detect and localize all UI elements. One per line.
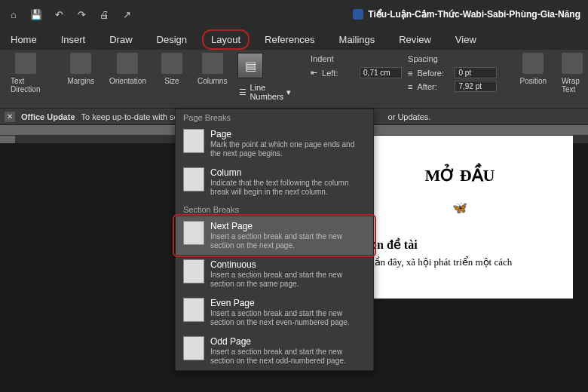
notice-text: To keep up-to-date with se xyxy=(81,112,179,121)
home-icon[interactable]: ⌂ xyxy=(8,8,20,20)
break-odd-page-title: Odd Page xyxy=(210,336,366,347)
titlebar: ⌂ 💾 ↶ ↷ 🖨 ↗ Tiểu-Luận-Cảm-Thức-Wabi-Sabi… xyxy=(0,0,588,29)
breaks-button[interactable]: ▤ xyxy=(237,53,263,78)
size-icon xyxy=(161,53,182,74)
after-icon: ≡ xyxy=(408,82,412,91)
notice-title: Office Update xyxy=(21,112,75,121)
wrap-label: Wrap Text xyxy=(562,77,583,93)
columns-icon xyxy=(202,53,223,74)
break-next-page-desc: Insert a section break and start the new… xyxy=(210,232,366,250)
before-label: Before: xyxy=(417,69,450,78)
page-break-icon xyxy=(183,129,204,153)
vertical-ruler[interactable] xyxy=(0,136,15,143)
position-label: Position xyxy=(519,77,547,85)
document-title: Tiểu-Luận-Cảm-Thức-Wabi-Sabi-Phùng-Gia-N… xyxy=(353,9,580,20)
redo-icon[interactable]: ↷ xyxy=(75,8,87,20)
indent-header: Indent xyxy=(311,54,402,63)
section-breaks-header: Section Breaks xyxy=(176,201,373,216)
spacing-header: Spacing xyxy=(408,54,497,63)
tab-design[interactable]: Design xyxy=(154,32,190,47)
tab-review[interactable]: Review xyxy=(396,32,434,47)
break-column-desc: Indicate that the text following the col… xyxy=(210,179,366,197)
document-page[interactable]: MỞ ĐẦU 🦋 ọn đề tài gần đây, xã hội phát … xyxy=(347,136,573,299)
arrow-icon[interactable]: ↗ xyxy=(121,8,133,20)
text-direction-icon xyxy=(15,53,36,74)
tab-references[interactable]: References xyxy=(262,32,317,47)
tab-insert[interactable]: Insert xyxy=(58,32,89,47)
line-numbers-label: Line Numbers xyxy=(250,83,283,101)
break-even-page-title: Even Page xyxy=(210,298,366,308)
save-icon[interactable]: 💾 xyxy=(30,8,42,20)
ribbon: Text Direction Margins Orientation Size … xyxy=(0,50,588,109)
wrap-text-button[interactable]: Wrap Text xyxy=(557,53,587,93)
after-label: After: xyxy=(417,82,450,91)
break-continuous-title: Continuous xyxy=(210,259,366,270)
close-notice-icon[interactable]: ✕ xyxy=(5,112,15,122)
orientation-label: Orientation xyxy=(109,77,146,85)
tab-view[interactable]: View xyxy=(452,32,479,47)
indent-left-input[interactable]: 0,71 cm xyxy=(360,67,402,78)
tab-home[interactable]: Home xyxy=(8,32,40,47)
break-next-page-title: Next Page xyxy=(210,221,366,231)
tab-layout[interactable]: Layout xyxy=(208,32,243,47)
indent-left-label: Left: xyxy=(322,69,355,78)
tab-draw[interactable]: Draw xyxy=(106,32,135,47)
break-page[interactable]: Page Mark the point at which one page en… xyxy=(176,124,373,163)
break-column[interactable]: Column Indicate that the text following … xyxy=(176,163,373,201)
word-icon xyxy=(353,9,363,20)
page-heading: ọn đề tài xyxy=(369,237,550,252)
break-odd-page[interactable]: Odd Page Insert a section break and star… xyxy=(176,332,373,370)
break-next-page[interactable]: Next Page Insert a section break and sta… xyxy=(176,216,373,255)
page-breaks-header: Page Breaks xyxy=(176,109,373,124)
position-icon xyxy=(522,53,544,74)
print-icon[interactable]: 🖨 xyxy=(98,8,110,20)
spacing-group: Spacing ≡ Before: 0 pt ≡ After: 7,92 pt xyxy=(408,53,497,92)
text-direction-label: Text Direction xyxy=(11,77,40,93)
columns-label: Columns xyxy=(198,77,227,85)
odd-page-icon xyxy=(183,336,204,360)
break-continuous[interactable]: Continuous Insert a section break and st… xyxy=(176,255,373,293)
notice-text2: or Updates. xyxy=(388,112,431,121)
break-even-page[interactable]: Even Page Insert a section break and sta… xyxy=(176,293,373,332)
even-page-icon xyxy=(183,298,204,322)
indent-left-icon: ⇤ xyxy=(311,68,317,78)
page-body: gần đây, xã hội phát triển một cách xyxy=(369,256,550,268)
break-page-title: Page xyxy=(210,129,366,139)
break-continuous-desc: Insert a section break and start the new… xyxy=(210,271,366,289)
butterfly-decoration: 🦋 xyxy=(369,201,550,215)
break-column-title: Column xyxy=(210,167,366,178)
tab-mailings[interactable]: Mailings xyxy=(336,32,378,47)
size-button[interactable]: Size xyxy=(157,53,187,85)
indent-group: Indent ⇤ Left: 0,71 cm xyxy=(311,53,402,78)
break-page-desc: Mark the point at which one page ends an… xyxy=(210,140,366,158)
undo-icon[interactable]: ↶ xyxy=(53,8,65,20)
text-direction-button[interactable]: Text Direction xyxy=(6,53,44,93)
ribbon-tabs: Home Insert Draw Design Layout Reference… xyxy=(0,29,588,50)
before-icon: ≡ xyxy=(408,69,412,78)
columns-button[interactable]: Columns xyxy=(193,53,231,85)
position-button[interactable]: Position xyxy=(515,53,551,85)
orientation-icon xyxy=(117,53,138,74)
margins-icon xyxy=(70,53,91,74)
continuous-icon xyxy=(183,259,204,283)
next-page-icon xyxy=(183,221,204,245)
doc-title-text: Tiểu-Luận-Cảm-Thức-Wabi-Sabi-Phùng-Gia-N… xyxy=(368,9,580,20)
line-numbers-button[interactable]: ☰Line Numbers▾ xyxy=(237,80,292,104)
break-even-page-desc: Insert a section break and start the new… xyxy=(210,309,366,327)
break-odd-page-desc: Insert a section break and start the new… xyxy=(210,348,366,366)
margins-label: Margins xyxy=(67,77,94,85)
after-input[interactable]: 7,92 pt xyxy=(455,81,497,92)
wrap-icon xyxy=(562,53,583,74)
orientation-button[interactable]: Orientation xyxy=(105,53,151,85)
margins-button[interactable]: Margins xyxy=(63,53,99,85)
size-label: Size xyxy=(164,77,179,85)
column-break-icon xyxy=(183,167,204,191)
breaks-dropdown: Page Breaks Page Mark the point at which… xyxy=(175,109,374,371)
before-input[interactable]: 0 pt xyxy=(455,67,497,78)
page-title: MỞ ĐẦU xyxy=(369,166,550,185)
